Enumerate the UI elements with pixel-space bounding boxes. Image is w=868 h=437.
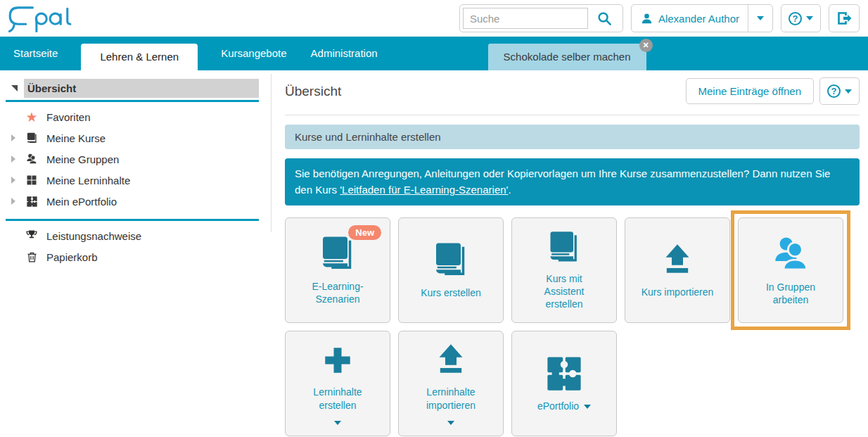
leitfaden-link[interactable]: 'Leitfaden für E-Learning-Szenarien' bbox=[340, 184, 508, 196]
star-icon: ★ bbox=[25, 110, 37, 124]
nav-item-administration[interactable]: Administration bbox=[299, 37, 390, 70]
open-course-tab-label: Schokolade selber machen bbox=[504, 51, 631, 63]
info-text-after: . bbox=[508, 184, 511, 196]
chevron-down-icon bbox=[845, 89, 852, 94]
sidebar-item-label: Leistungsnachweise bbox=[46, 230, 141, 242]
chevron-down-icon bbox=[806, 16, 813, 20]
card-lerninhalte-importieren[interactable]: Lerninhalte importieren bbox=[398, 331, 504, 436]
card-kurs-importieren[interactable]: Kurs importieren bbox=[625, 217, 730, 323]
open-course-tab[interactable]: Schokolade selber machen ✕ bbox=[488, 44, 646, 70]
sidebar-item-label: Meine Gruppen bbox=[46, 153, 119, 165]
collapse-triangle-icon bbox=[11, 85, 18, 91]
sidebar-item-mein-eportfolio[interactable]: Mein ePortfolio bbox=[0, 191, 271, 212]
card-label: Kurs erstellen bbox=[421, 286, 481, 299]
nav-item-kursangebote[interactable]: Kursangebote bbox=[209, 37, 298, 70]
chevron-down-icon[interactable] bbox=[584, 405, 591, 409]
sidebar-header-uebersicht[interactable]: Übersicht bbox=[6, 79, 259, 98]
expand-triangle-icon[interactable] bbox=[11, 134, 15, 141]
nav-item-startseite[interactable]: Startseite bbox=[1, 37, 70, 70]
main-panel: Übersicht Meine Einträge öffnen ? Kurse … bbox=[271, 70, 868, 437]
sidebar-rule bbox=[6, 219, 259, 221]
sidebar-main-list: ★ Favoriten Meine Kurse bbox=[0, 106, 271, 212]
card-elearning-szenarien[interactable]: New E-Learning-Szenarien bbox=[285, 217, 390, 323]
top-bar: Alexander Author ? bbox=[0, 0, 868, 37]
sidebar-item-label: Papierkorb bbox=[46, 251, 98, 263]
book-icon bbox=[26, 132, 38, 144]
header-divider bbox=[285, 115, 860, 115]
open-entries-button[interactable]: Meine Einträge öffnen bbox=[686, 78, 815, 104]
help-circle-icon: ? bbox=[789, 12, 802, 25]
help-circle-icon: ? bbox=[827, 84, 841, 98]
card-eportfolio[interactable]: ePortfolio bbox=[511, 331, 617, 436]
info-box: Sie benötigen Anregungen, Anleitungen od… bbox=[285, 158, 860, 205]
sidebar: Übersicht ★ Favoriten Meine Kurse bbox=[0, 70, 271, 437]
help-menu-button[interactable]: ? bbox=[781, 4, 821, 32]
sidebar-secondary-list: Leistungsnachweise Papierkorb bbox=[0, 225, 271, 267]
expand-triangle-icon[interactable] bbox=[11, 156, 15, 163]
trash-icon bbox=[26, 251, 38, 263]
group-icon bbox=[25, 153, 38, 165]
card-label: Kurs importieren bbox=[642, 286, 714, 298]
chevron-down-icon[interactable] bbox=[447, 421, 454, 425]
search-group bbox=[459, 4, 623, 32]
card-lerninhalte-erstellen[interactable]: Lerninhalte erstellen bbox=[285, 331, 390, 436]
card-kurs-erstellen[interactable]: Kurs erstellen bbox=[398, 217, 504, 323]
book-icon bbox=[431, 241, 471, 280]
card-label: Kurs mit Assistent erstellen bbox=[539, 272, 589, 311]
logout-button[interactable] bbox=[829, 4, 860, 32]
main-nav: Startseite Lehren & Lernen Kursangebote … bbox=[0, 37, 868, 70]
expand-triangle-icon[interactable] bbox=[11, 177, 15, 184]
sidebar-item-leistungsnachweise[interactable]: Leistungsnachweise bbox=[0, 225, 271, 246]
sidebar-item-papierkorb[interactable]: Papierkorb bbox=[0, 246, 271, 267]
card-kurs-mit-assistent[interactable]: Kurs mit Assistent erstellen bbox=[511, 217, 617, 323]
grid-icon bbox=[26, 175, 37, 186]
section-banner: Kurse und Lerninhalte erstellen bbox=[285, 125, 860, 149]
nav-item-lehren-lernen[interactable]: Lehren & Lernen bbox=[81, 44, 198, 70]
sidebar-item-label: Meine Kurse bbox=[46, 132, 106, 144]
upload-icon bbox=[432, 341, 470, 379]
sidebar-item-label: Favoriten bbox=[46, 111, 91, 123]
chevron-down-icon[interactable] bbox=[334, 421, 341, 425]
sidebar-item-meine-kurse[interactable]: Meine Kurse bbox=[0, 127, 271, 148]
user-name: Alexander Author bbox=[658, 13, 739, 25]
sidebar-item-favoriten[interactable]: ★ Favoriten bbox=[0, 106, 271, 127]
page-help-button[interactable]: ? bbox=[819, 77, 860, 105]
card-label: ePortfolio bbox=[537, 400, 579, 412]
card-label: Lerninhalte erstellen bbox=[295, 386, 380, 411]
book-icon bbox=[546, 229, 582, 266]
chevron-down-icon bbox=[757, 16, 764, 20]
puzzle-icon bbox=[544, 354, 584, 393]
sidebar-divider bbox=[271, 74, 272, 232]
group-icon bbox=[770, 234, 811, 274]
sidebar-item-label: Meine Lerninhalte bbox=[46, 175, 130, 186]
content-area: Übersicht ★ Favoriten Meine Kurse bbox=[0, 70, 868, 437]
book-icon bbox=[318, 234, 357, 274]
sidebar-item-label: Mein ePortfolio bbox=[46, 196, 117, 208]
new-badge: New bbox=[348, 225, 381, 240]
user-menu-button[interactable]: Alexander Author bbox=[631, 4, 773, 32]
sidebar-item-meine-gruppen[interactable]: Meine Gruppen bbox=[0, 148, 271, 170]
upload-icon bbox=[658, 241, 696, 279]
user-dropdown-caret[interactable] bbox=[748, 5, 772, 32]
card-in-gruppen-arbeiten[interactable]: In Gruppen arbeiten bbox=[738, 217, 843, 323]
close-icon[interactable]: ✕ bbox=[639, 39, 653, 52]
plus-icon bbox=[319, 341, 357, 379]
trophy-icon bbox=[25, 229, 38, 242]
logout-icon bbox=[836, 10, 853, 27]
person-icon bbox=[640, 12, 653, 25]
search-icon bbox=[596, 11, 613, 27]
action-cards-grid: New E-Learning-Szenarien Kurs erstellen bbox=[285, 217, 860, 436]
card-label: In Gruppen arbeiten bbox=[748, 281, 833, 306]
page-title: Übersicht bbox=[285, 84, 341, 99]
card-label: Lerninhalte importieren bbox=[409, 386, 493, 411]
opal-logo[interactable] bbox=[6, 3, 73, 34]
sidebar-item-meine-lerninhalte[interactable]: Meine Lerninhalte bbox=[0, 170, 271, 191]
search-button[interactable] bbox=[588, 11, 620, 27]
expand-triangle-icon[interactable] bbox=[11, 198, 15, 205]
sidebar-rule bbox=[6, 100, 259, 102]
card-label: E-Learning-Szenarien bbox=[295, 280, 380, 305]
puzzle-icon bbox=[26, 196, 38, 208]
sidebar-header-label: Übersicht bbox=[27, 82, 76, 94]
search-input[interactable] bbox=[463, 8, 588, 29]
